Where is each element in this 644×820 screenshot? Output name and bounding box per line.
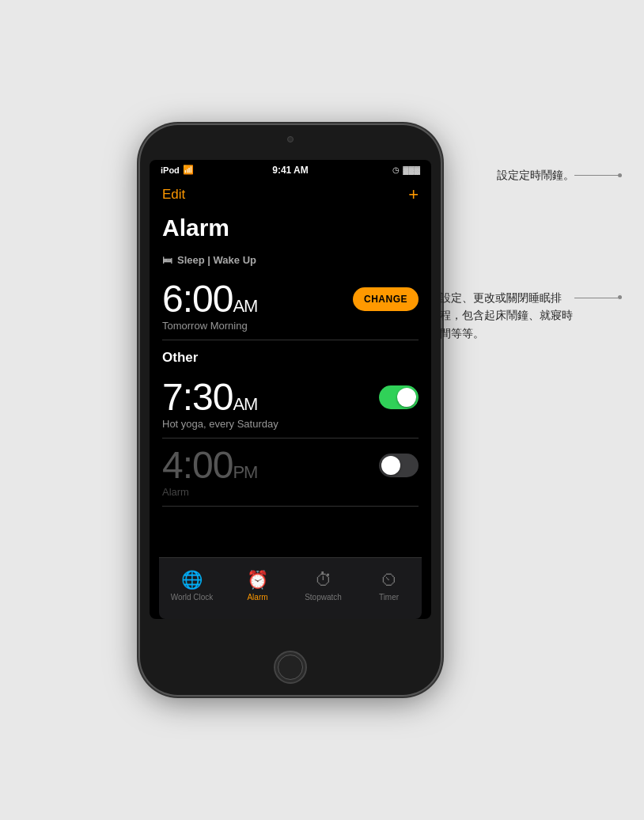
other-section: Other 7:30AM Hot yoga, every Saturday: [162, 350, 419, 507]
scene: iPod 📶 9:41 AM ◷ ▓▓▓ Edit + Alarm: [0, 0, 644, 820]
world-clock-label: World Clock: [171, 593, 214, 602]
tab-alarm[interactable]: ⏰ Alarm: [225, 570, 290, 602]
device-name: iPod: [161, 165, 180, 175]
alarm-tab-icon: ⏰: [247, 570, 268, 590]
alarm-2-toggle-thumb: [381, 456, 400, 475]
stopwatch-label: Stopwatch: [305, 593, 342, 602]
alarm-2-digits: 4:00: [162, 444, 233, 486]
sleep-section-label: Sleep | Wake Up: [177, 254, 256, 266]
annotation-1: 設定定時鬧鐘。: [497, 166, 622, 184]
page-title: Alarm: [162, 214, 419, 241]
front-camera: [287, 136, 294, 142]
top-bar: Edit +: [162, 184, 419, 205]
sleep-section-header: 🛏 Sleep | Wake Up: [162, 254, 419, 266]
screen: iPod 📶 9:41 AM ◷ ▓▓▓ Edit + Alarm: [150, 160, 431, 619]
home-button[interactable]: [274, 651, 307, 684]
sleep-alarm-label: Tomorrow Morning: [162, 320, 419, 332]
alarm-tab-label: Alarm: [247, 593, 267, 602]
tab-world-clock[interactable]: 🌐 World Clock: [159, 570, 225, 602]
annotation-2: 設定、更改或關閉睡眠排程，包含起床鬧鐘、就寢時間等等。: [440, 289, 622, 342]
alarm-row-1: 7:30AM Hot yoga, every Saturday: [162, 370, 419, 438]
battery-icon: ▓▓▓: [403, 165, 420, 174]
alarm-2-toggle[interactable]: [379, 454, 419, 477]
stopwatch-icon: ⏱: [315, 570, 332, 590]
alarm-1-time-row: 7:30AM: [162, 378, 419, 416]
wifi-icon: 📶: [183, 165, 194, 175]
status-left: iPod 📶: [161, 165, 194, 175]
sleep-alarm-time-row: 6:00AM CHANGE: [162, 280, 419, 318]
timer-label: Timer: [379, 593, 399, 602]
alarm-indicator-icon: ◷: [392, 165, 400, 174]
sleep-time-period: AM: [233, 296, 257, 316]
annotation-1-dot: [618, 173, 622, 177]
add-alarm-button[interactable]: +: [408, 184, 419, 205]
tab-bar: 🌐 World Clock ⏰ Alarm ⏱ Stopwatch ⏲ Time…: [159, 557, 422, 619]
alarm-1-period: AM: [233, 394, 257, 414]
status-right: ◷ ▓▓▓: [392, 165, 420, 174]
device: iPod 📶 9:41 AM ◷ ▓▓▓ Edit + Alarm: [140, 125, 441, 695]
alarm-1-time: 7:30AM: [162, 378, 257, 416]
content-area: Edit + Alarm 🛏 Sleep | Wake Up 6:00AM: [150, 178, 431, 619]
alarm-1-toggle-thumb: [397, 388, 416, 407]
annotation-2-dot: [618, 295, 622, 299]
annotation-1-line: [574, 175, 618, 176]
alarm-1-digits: 7:30: [162, 376, 233, 418]
home-button-inner: [278, 655, 303, 680]
alarm-1-toggle[interactable]: [379, 385, 419, 409]
annotation-2-text: 設定、更改或關閉睡眠排程，包含起床鬧鐘、就寢時間等等。: [440, 289, 574, 342]
sleep-alarm-time: 6:00AM: [162, 280, 257, 318]
change-button[interactable]: CHANGE: [353, 287, 419, 311]
alarm-2-time: 4:00PM: [162, 446, 257, 484]
timer-icon: ⏲: [381, 570, 398, 590]
alarm-2-label: Alarm: [162, 486, 419, 498]
other-section-label: Other: [162, 350, 419, 366]
tab-timer[interactable]: ⏲ Timer: [356, 570, 422, 602]
sleep-section: 🛏 Sleep | Wake Up 6:00AM CHANGE Tomorrow…: [162, 254, 419, 340]
alarm-2-time-row: 4:00PM: [162, 446, 419, 484]
sleep-time-digits: 6:00: [162, 278, 233, 320]
tab-stopwatch[interactable]: ⏱ Stopwatch: [290, 570, 356, 602]
edit-button[interactable]: Edit: [162, 187, 185, 203]
alarm-row-2: 4:00PM Alarm: [162, 438, 419, 507]
annotation-1-text: 設定定時鬧鐘。: [497, 166, 574, 184]
sleep-alarm-row: 6:00AM CHANGE Tomorrow Morning: [162, 272, 419, 340]
alarm-2-period: PM: [233, 462, 257, 482]
status-time: 9:41 AM: [272, 165, 309, 176]
status-bar: iPod 📶 9:41 AM ◷ ▓▓▓: [150, 160, 431, 178]
bed-icon: 🛏: [162, 254, 172, 266]
world-clock-icon: 🌐: [181, 570, 203, 590]
alarm-1-label: Hot yoga, every Saturday: [162, 418, 419, 430]
annotation-2-line: [574, 298, 618, 298]
